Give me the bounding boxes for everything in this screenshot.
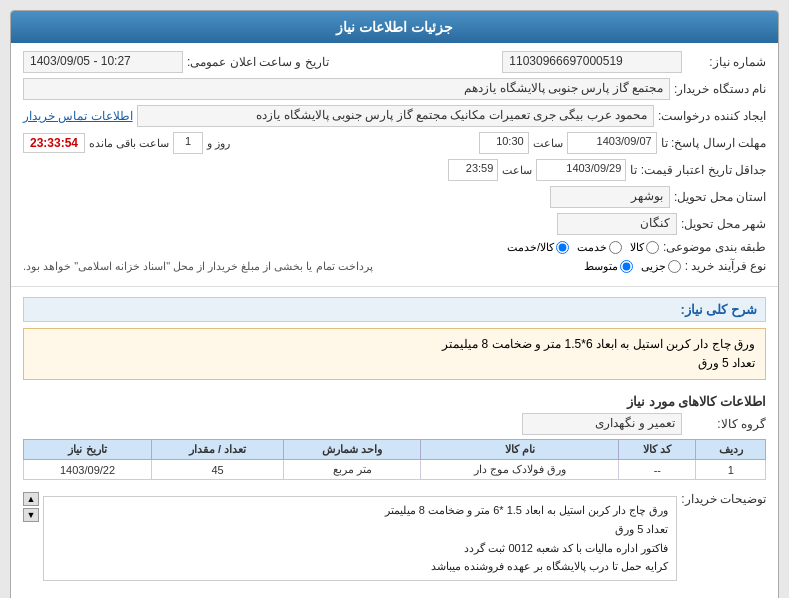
- buyer-value: مجتمع گاز پارس جنوبی پالایشگاه یازدهم: [23, 78, 670, 100]
- row-category: طبقه بندی موضوعی: کالا خدمت کالا/خدمت: [23, 240, 766, 254]
- goods-table: ردیف کد کالا نام کالا واحد شمارش تعداد /…: [23, 439, 766, 480]
- response-deadline-label: مهلت ارسال پاسخ: تا: [661, 136, 766, 150]
- category-label-2: خدمت: [577, 241, 607, 254]
- row-city: شهر محل تحویل: کنگان: [23, 213, 766, 235]
- category-option-3[interactable]: کالا/خدمت: [507, 241, 569, 254]
- category-label-1: کالا: [630, 241, 644, 254]
- note-line-3: فاکتور اداره مالیات با کد شعبه 0012 ثبت …: [52, 539, 668, 558]
- need-desc-line2: تعداد 5 ورق: [698, 356, 755, 370]
- purchase-note: پرداخت تمام یا بخشی از مبلغ خریدار از مح…: [23, 260, 373, 273]
- row-price-deadline: جداقل تاریخ اعتبار قیمت: تا 1403/09/29 س…: [23, 159, 766, 181]
- note-line-4: کرایه حمل تا درب پالایشگاه بر عهده فروشن…: [52, 557, 668, 576]
- price-deadline-label: جداقل تاریخ اعتبار قیمت: تا: [630, 163, 766, 177]
- group-value: تعمیر و نگهداری: [522, 413, 682, 435]
- province-value: بوشهر: [550, 186, 670, 208]
- col-header-code: کد کالا: [619, 440, 696, 460]
- row-buyer: نام دستگاه خریدار: مجتمع گاز پارس جنوبی …: [23, 78, 766, 100]
- purchase-label-1: جزیی: [641, 260, 666, 273]
- need-desc-line1: ورق چاج دار کربن استیل به ابعاد 6*1.5 مت…: [442, 337, 755, 351]
- need-desc-section: شرح کلی نیاز: ورق چاج دار کربن استیل به …: [11, 287, 778, 390]
- response-days: 1: [173, 132, 203, 154]
- col-header-unit: واحد شمارش: [284, 440, 421, 460]
- row-response-deadline: مهلت ارسال پاسخ: تا 1403/09/07 ساعت 10:3…: [23, 132, 766, 154]
- category-option-2[interactable]: خدمت: [577, 241, 622, 254]
- category-label: طبقه بندی موضوعی:: [663, 240, 766, 254]
- purchase-radio-1[interactable]: [668, 260, 681, 273]
- city-value: کنگان: [557, 213, 677, 235]
- need-number-label: شماره نیاز:: [686, 55, 766, 69]
- scroll-down-btn[interactable]: ▼: [23, 508, 39, 522]
- notes-label: توضیحات خریدار:: [681, 492, 766, 585]
- purchase-option-1[interactable]: جزیی: [641, 260, 681, 273]
- province-label: استان محل تحویل:: [674, 190, 766, 204]
- page-title: جزئیات اطلاعات نیاز: [336, 19, 453, 35]
- price-time-label: ساعت: [502, 164, 532, 177]
- cell-row-num: 1: [696, 460, 766, 480]
- note-line-2: تعداد 5 ورق: [52, 520, 668, 539]
- group-label: گروه کالا:: [686, 417, 766, 431]
- col-header-date: تاریخ نیاز: [24, 440, 152, 460]
- notes-wrapper: توضیحات خریدار: ورق چاج دار کربن استیل ب…: [23, 492, 766, 585]
- goods-section: اطلاعات کالاهای مورد نیاز گروه کالا: تعم…: [11, 390, 778, 484]
- main-container: جزئیات اطلاعات نیاز شماره نیاز: 11030966…: [10, 10, 779, 598]
- goods-info-title: اطلاعات کالاهای مورد نیاز: [23, 394, 766, 409]
- note-line-1: ورق چاج دار کربن استیل به ابعاد 1.5 *6 م…: [52, 501, 668, 520]
- purchase-radio-2[interactable]: [620, 260, 633, 273]
- datetime-value: 1403/09/05 - 10:27: [23, 51, 183, 73]
- category-radio-2[interactable]: [609, 241, 622, 254]
- purchase-label-2: متوسط: [584, 260, 618, 273]
- cell-qty: 45: [152, 460, 284, 480]
- need-desc-value: ورق چاج دار کربن استیل به ابعاد 6*1.5 مت…: [23, 328, 766, 380]
- price-date: 1403/09/29: [536, 159, 626, 181]
- notes-container: ورق چاج دار کربن استیل به ابعاد 1.5 *6 م…: [43, 492, 677, 585]
- response-time: 10:30: [479, 132, 529, 154]
- cell-code: --: [619, 460, 696, 480]
- creator-label: ایجاد کننده درخواست:: [658, 109, 766, 123]
- creator-value: محمود عرب بیگی جری تعمیرات مکانیک مجتمع …: [137, 105, 654, 127]
- notes-section: توضیحات خریدار: ورق چاج دار کربن استیل ب…: [11, 484, 778, 593]
- table-row: 1 -- ورق فولادک موج دار متر مربع 45 1403…: [24, 460, 766, 480]
- category-radio-group: کالا خدمت کالا/خدمت: [507, 241, 659, 254]
- page-header: جزئیات اطلاعات نیاز: [11, 11, 778, 43]
- form-section: شماره نیاز: 11030966697000519 تاریخ و سا…: [11, 43, 778, 287]
- cell-unit: متر مربع: [284, 460, 421, 480]
- response-remaining: 23:33:54: [23, 133, 85, 153]
- need-number-value: 11030966697000519: [502, 51, 682, 73]
- category-option-1[interactable]: کالا: [630, 241, 659, 254]
- contact-link[interactable]: اطلاعات تماس خریدار: [23, 109, 133, 123]
- row-province: استان محل تحویل: بوشهر: [23, 186, 766, 208]
- category-label-3: کالا/خدمت: [507, 241, 554, 254]
- row-purchase-type: نوع فرآیند خرید : جزیی متوسط پرداخت تمام…: [23, 259, 766, 273]
- col-header-row-num: ردیف: [696, 440, 766, 460]
- row-creator: ایجاد کننده درخواست: محمود عرب بیگی جری …: [23, 105, 766, 127]
- scroll-up-btn[interactable]: ▲: [23, 492, 39, 506]
- category-radio-1[interactable]: [646, 241, 659, 254]
- button-row: چاپ بازگشت: [11, 593, 778, 598]
- need-desc-title: شرح کلی نیاز:: [23, 297, 766, 322]
- notes-scrollbar: ▲ ▼: [23, 492, 39, 585]
- response-date: 1403/09/07: [567, 132, 657, 154]
- category-radio-3[interactable]: [556, 241, 569, 254]
- cell-date: 1403/09/22: [24, 460, 152, 480]
- city-label: شهر محل تحویل:: [681, 217, 766, 231]
- col-header-name: نام کالا: [421, 440, 619, 460]
- notes-content: ورق چاج دار کربن استیل به ابعاد 1.5 *6 م…: [43, 496, 677, 581]
- price-time: 23:59: [448, 159, 498, 181]
- col-header-qty: تعداد / مقدار: [152, 440, 284, 460]
- response-time-label: ساعت: [533, 137, 563, 150]
- cell-name: ورق فولادک موج دار: [421, 460, 619, 480]
- table-header-row: ردیف کد کالا نام کالا واحد شمارش تعداد /…: [24, 440, 766, 460]
- datetime-label: تاریخ و ساعت اعلان عمومی:: [187, 55, 329, 69]
- group-row: گروه کالا: تعمیر و نگهداری: [23, 413, 766, 435]
- purchase-radio-group: جزیی متوسط: [584, 260, 681, 273]
- response-day-label: روز و: [207, 137, 230, 150]
- response-remaining-label: ساعت باقی مانده: [89, 137, 169, 150]
- purchase-type-label: نوع فرآیند خرید :: [685, 259, 766, 273]
- row-need-number: شماره نیاز: 11030966697000519 تاریخ و سا…: [23, 51, 766, 73]
- purchase-option-2[interactable]: متوسط: [584, 260, 633, 273]
- buyer-label: نام دستگاه خریدار:: [674, 82, 766, 96]
